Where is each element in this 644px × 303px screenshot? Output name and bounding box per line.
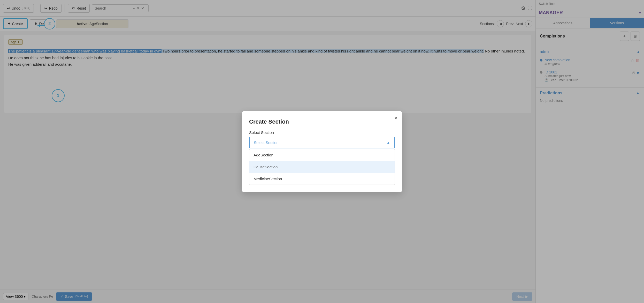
select-placeholder: Select Section bbox=[254, 140, 279, 145]
dropdown-item-cause[interactable]: CauseSection 3 bbox=[249, 161, 395, 173]
modal-close-button[interactable]: × bbox=[394, 115, 397, 121]
section-dropdown-list: AgeSection CauseSection 3 MedicineSectio… bbox=[249, 149, 395, 185]
dropdown-item-age[interactable]: AgeSection bbox=[249, 149, 395, 161]
modal-select-label: Select Section bbox=[249, 130, 395, 135]
section-select-box[interactable]: Select Section ▲ bbox=[249, 137, 395, 148]
modal-title: Create Section bbox=[249, 118, 395, 125]
create-section-modal: Create Section × Select Section Select S… bbox=[242, 111, 402, 192]
dropdown-item-medicine[interactable]: MedicineSection bbox=[249, 173, 395, 185]
select-chevron-icon: ▲ bbox=[386, 140, 390, 145]
modal-overlay: Create Section × Select Section Select S… bbox=[0, 0, 644, 303]
